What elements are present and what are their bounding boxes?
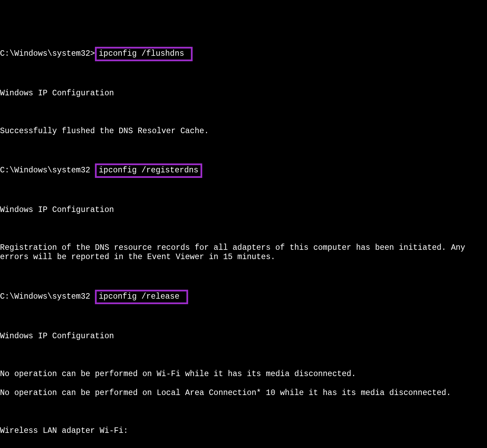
output-adapter1-header: Wireless LAN adapter Wi-Fi: xyxy=(0,426,487,436)
command-flushdns: ipconfig /flushdns xyxy=(99,49,189,58)
command-flushdns-highlight: ipconfig /flushdns xyxy=(95,47,193,61)
command-line-3: C:\Windows\system32 ipconfig /release xyxy=(0,290,487,303)
terminal-window[interactable]: C:\Windows\system32>ipconfig /flushdns W… xyxy=(0,38,487,448)
prompt-3: C:\Windows\system32 xyxy=(0,292,95,301)
command-release: ipconfig /release xyxy=(99,292,184,301)
output-flush-success: Successfully flushed the DNS Resolver Ca… xyxy=(0,127,487,136)
command-line-1: C:\Windows\system32>ipconfig /flushdns xyxy=(0,47,487,61)
output-lac-error: No operation can be performed on Local A… xyxy=(0,388,487,398)
command-registerdns: ipconfig /registerdns xyxy=(99,166,198,175)
prompt-2: C:\Windows\system32 xyxy=(0,166,95,175)
command-release-highlight: ipconfig /release xyxy=(95,290,188,304)
output-ip-config-2: Windows IP Configuration xyxy=(0,205,487,215)
prompt-1: C:\Windows\system32> xyxy=(0,49,95,58)
command-line-2: C:\Windows\system32 ipconfig /registerdn… xyxy=(0,164,487,177)
output-wifi-error: No operation can be performed on Wi-Fi w… xyxy=(0,370,487,379)
output-ip-config-3: Windows IP Configuration xyxy=(0,332,487,341)
command-registerdns-highlight: ipconfig /registerdns xyxy=(95,163,202,178)
output-ip-config-1: Windows IP Configuration xyxy=(0,89,487,98)
output-register-msg: Registration of the DNS resource records… xyxy=(0,243,487,262)
